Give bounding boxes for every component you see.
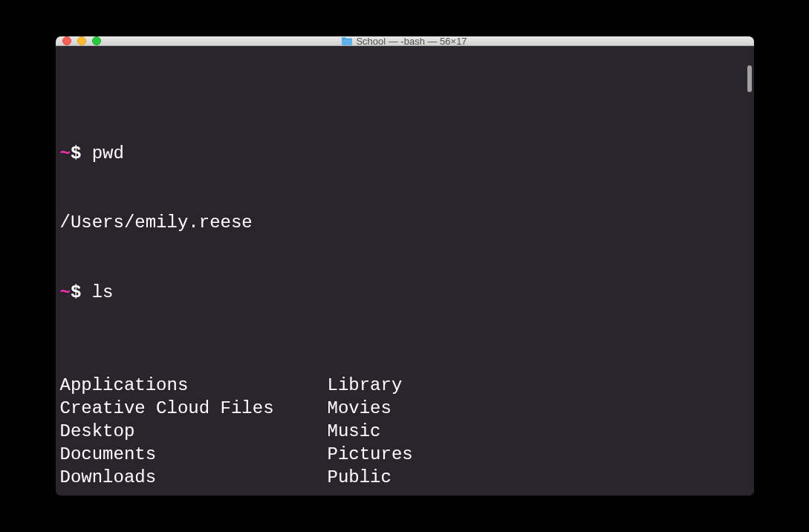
list-item: Library	[328, 374, 750, 397]
scrollbar-thumb[interactable]	[747, 65, 752, 92]
minimize-button[interactable]	[77, 36, 86, 45]
list-item: Movies	[328, 397, 750, 420]
list-item: Documents	[60, 443, 328, 466]
prompt-dollar: $	[71, 143, 81, 163]
list-item: Music	[328, 420, 750, 443]
list-item: Pictures	[328, 443, 750, 466]
command-text: pwd	[92, 143, 124, 163]
svg-rect-0	[342, 39, 352, 39]
zoom-button[interactable]	[92, 36, 101, 45]
terminal-body[interactable]: ~$ pwd /Users/emily.reese ~$ ls Applicat…	[56, 46, 754, 496]
ls-output: ApplicationsLibrary Creative Cloud Files…	[60, 374, 750, 490]
prompt-path: ~	[60, 143, 71, 163]
output-line: /Users/emily.reese	[60, 211, 750, 234]
titlebar[interactable]: School — -bash — 56×17	[56, 36, 754, 46]
command-text: ls	[92, 282, 114, 302]
terminal-window: School — -bash — 56×17 ~$ pwd /Users/emi…	[56, 36, 754, 496]
prompt-dollar: $	[71, 282, 81, 302]
list-item: Downloads	[60, 466, 328, 489]
list-item: Applications	[60, 374, 328, 397]
terminal-line: ~$ pwd	[60, 142, 750, 165]
window-title: School — -bash — 56×17	[356, 36, 467, 47]
list-item: Desktop	[60, 420, 328, 443]
title-center: School — -bash — 56×17	[56, 36, 754, 47]
list-item: Creative Cloud Files	[60, 397, 328, 420]
window-controls	[56, 36, 101, 45]
folder-icon	[342, 37, 352, 45]
terminal-line: ~$ ls	[60, 281, 750, 304]
close-button[interactable]	[62, 36, 71, 45]
list-item: Public	[328, 466, 750, 489]
prompt-path: ~	[60, 282, 71, 302]
